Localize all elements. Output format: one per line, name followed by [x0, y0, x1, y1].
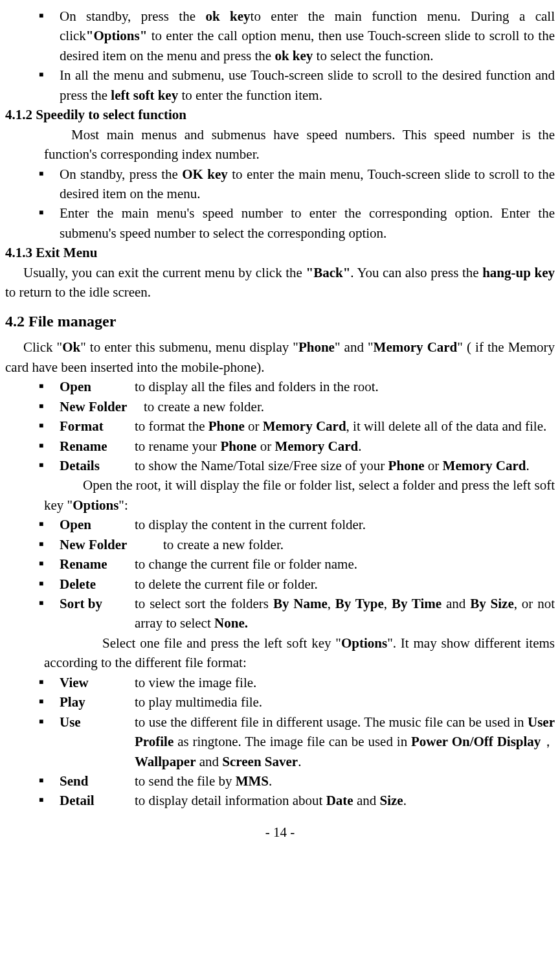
- def-list-1: ■ Open to display all the files and fold…: [5, 377, 555, 475]
- bullet-icon: ■: [39, 791, 60, 810]
- list-item: ■ Play to play multimedia file.: [5, 692, 555, 712]
- list-item: ■ Use to use the different file in diffe…: [5, 712, 555, 771]
- bullet-text: In all the menu and submenu, use Touch-s…: [60, 65, 555, 105]
- heading-42: 4.2 File manager: [5, 310, 555, 333]
- list-item: ■ Detail to display detail information a…: [5, 791, 555, 810]
- bullet-icon: ■: [39, 574, 60, 594]
- bullet-icon: ■: [39, 416, 60, 436]
- def-desc: to delete the current file or folder.: [135, 574, 555, 594]
- def-list-3: ■ View to view the image file. ■ Play to…: [5, 673, 555, 811]
- bullet-icon: ■: [39, 397, 60, 416]
- paragraph: Usually, you can exit the current menu b…: [5, 263, 555, 302]
- list-item: ■ Format to format the Phone or Memory C…: [5, 416, 555, 436]
- list-item: ■ Rename to change the current file or f…: [5, 554, 555, 574]
- bullet-icon: ■: [39, 6, 60, 65]
- def-term: New Folder: [60, 535, 163, 554]
- bullet-icon: ■: [39, 65, 60, 105]
- bullet-icon: ■: [39, 692, 60, 712]
- bullet-icon: ■: [39, 515, 60, 534]
- list-item: ■ On standby, press the ok keyto enter t…: [5, 6, 555, 65]
- list-item: ■ Enter the main menu's speed number to …: [5, 203, 555, 243]
- list-item: ■ Sort by to select sort the folders By …: [5, 594, 555, 633]
- bullet-icon: ■: [39, 771, 60, 791]
- def-desc: to select sort the folders By Name, By T…: [135, 594, 555, 633]
- bullet-icon: ■: [39, 594, 60, 633]
- def-term: Sort by: [60, 594, 135, 633]
- list-item: ■ View to view the image file.: [5, 673, 555, 692]
- def-term: Format: [60, 416, 135, 436]
- def-desc: to display the content in the current fo…: [135, 515, 555, 534]
- def-desc: to create a new folder.: [144, 397, 555, 416]
- bullet-icon: ■: [39, 203, 60, 243]
- bullet-list-2: ■ On standby, press the OK key to enter …: [5, 164, 555, 244]
- def-term: Play: [60, 692, 135, 712]
- page-number: - 14 -: [5, 822, 555, 842]
- list-item: ■ Delete to delete the current file or f…: [5, 574, 555, 594]
- list-item: ■ Rename to rename your Phone or Memory …: [5, 436, 555, 456]
- def-term: Use: [60, 712, 135, 771]
- bullet-icon: ■: [39, 377, 60, 396]
- def-term: Open: [60, 515, 135, 534]
- def-term: New Folder: [60, 397, 144, 416]
- list-item: ■ New Folder to create a new folder.: [5, 397, 555, 416]
- list-item: ■ New Folder to create a new folder.: [5, 535, 555, 554]
- def-term: Send: [60, 771, 135, 791]
- bullet-text: On standby, press the ok keyto enter the…: [60, 6, 555, 65]
- bullet-list-1: ■ On standby, press the ok keyto enter t…: [5, 6, 555, 105]
- bullet-text: Enter the main menu's speed number to en…: [60, 203, 555, 243]
- heading-412: 4.1.2 Speedily to select function: [5, 105, 555, 124]
- def-desc: to display all the files and folders in …: [135, 377, 555, 396]
- list-item: ■ On standby, press the OK key to enter …: [5, 164, 555, 204]
- paragraph: Select one file and press the left soft …: [5, 633, 555, 673]
- def-term: Rename: [60, 554, 135, 574]
- paragraph: Open the root, it will display the file …: [5, 475, 555, 515]
- bullet-icon: ■: [39, 164, 60, 204]
- bullet-icon: ■: [39, 554, 60, 574]
- def-desc: to play multimedia file.: [135, 692, 555, 712]
- def-term: Open: [60, 377, 135, 396]
- def-desc: to show the Name/Total size/Free size of…: [135, 456, 555, 475]
- bullet-icon: ■: [39, 535, 60, 554]
- bullet-icon: ■: [39, 712, 60, 771]
- def-desc: to rename your Phone or Memory Card.: [135, 436, 555, 456]
- def-desc: to change the current file or folder nam…: [135, 554, 555, 574]
- def-term: Rename: [60, 436, 135, 456]
- def-term: Delete: [60, 574, 135, 594]
- def-desc: to display detail information about Date…: [135, 791, 555, 810]
- def-desc: to use the different file in different u…: [135, 712, 555, 771]
- bullet-text: On standby, press the OK key to enter th…: [60, 164, 555, 204]
- list-item: ■ Open to display all the files and fold…: [5, 377, 555, 396]
- def-desc: to create a new folder.: [163, 535, 555, 554]
- def-term: Detail: [60, 791, 135, 810]
- def-term: Details: [60, 456, 135, 475]
- def-term: View: [60, 673, 135, 692]
- list-item: ■ Open to display the content in the cur…: [5, 515, 555, 534]
- list-item: ■ Send to send the file by MMS.: [5, 771, 555, 791]
- bullet-icon: ■: [39, 673, 60, 692]
- list-item: ■ Details to show the Name/Total size/Fr…: [5, 456, 555, 475]
- heading-413: 4.1.3 Exit Menu: [5, 243, 555, 262]
- bullet-icon: ■: [39, 456, 60, 475]
- paragraph: Click "Ok" to enter this submenu, menu d…: [5, 337, 555, 377]
- def-list-2: ■ Open to display the content in the cur…: [5, 515, 555, 633]
- def-desc: to view the image file.: [135, 673, 555, 692]
- list-item: ■ In all the menu and submenu, use Touch…: [5, 65, 555, 105]
- bullet-icon: ■: [39, 436, 60, 456]
- paragraph: Most main menus and submenus have speed …: [5, 125, 555, 164]
- def-desc: to format the Phone or Memory Card, it w…: [135, 416, 555, 436]
- def-desc: to send the file by MMS.: [135, 771, 555, 791]
